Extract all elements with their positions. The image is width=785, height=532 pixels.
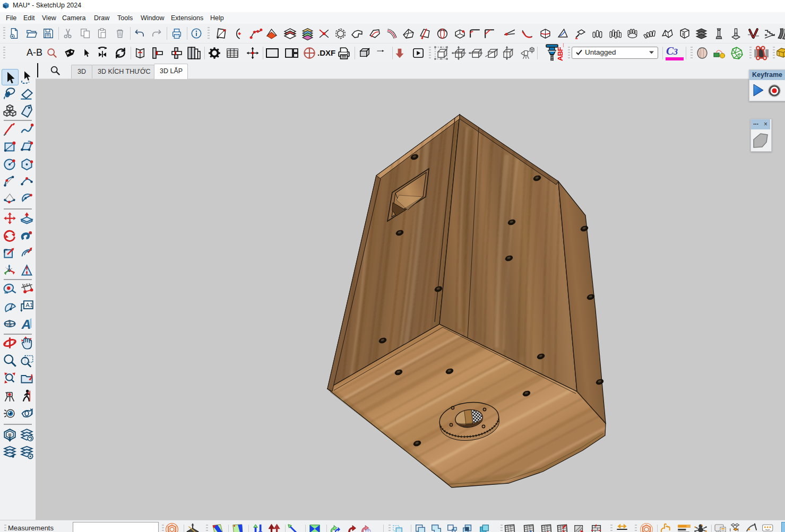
svg-text:A1: A1 bbox=[25, 301, 33, 308]
svg-text:15: 15 bbox=[23, 282, 29, 288]
svg-text:A: A bbox=[21, 317, 31, 331]
svg-text:C: C bbox=[8, 319, 11, 323]
svg-text:A-B: A-B bbox=[6, 324, 12, 327]
